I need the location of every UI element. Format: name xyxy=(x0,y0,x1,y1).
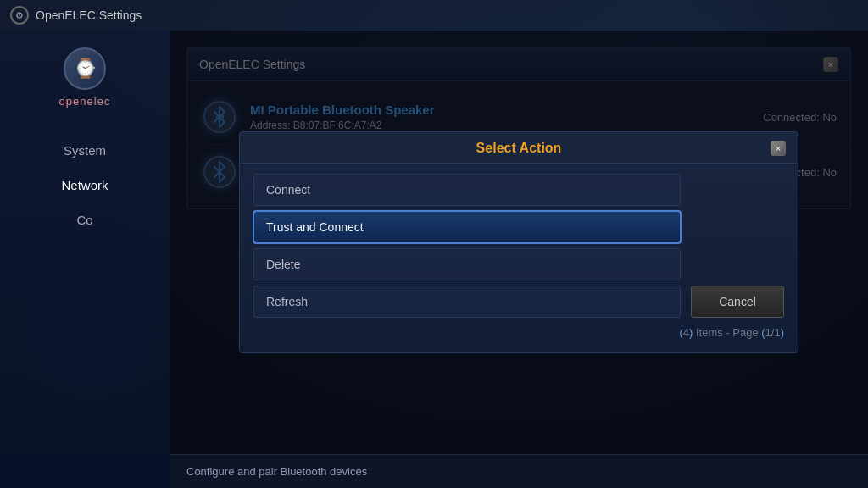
dialog-side: Cancel xyxy=(691,174,784,318)
sidebar-logo-text: openelec xyxy=(59,95,111,108)
dialog-body: Connect Trust and Connect Delete Refresh… xyxy=(240,164,798,318)
dialog-title-bar: Select Action × xyxy=(240,132,798,164)
app-icon: ⚙ xyxy=(10,6,29,25)
bottom-status-text: Configure and pair Bluetooth devices xyxy=(186,465,367,478)
pagination: (4) Items - Page (1/1) xyxy=(240,318,798,339)
action-delete[interactable]: Delete xyxy=(253,248,681,280)
logo-elec: elec xyxy=(87,95,111,108)
bottom-status-bar: Configure and pair Bluetooth devices xyxy=(170,454,868,488)
action-refresh[interactable]: Refresh xyxy=(253,286,681,318)
sidebar-logo-icon: ⌚ xyxy=(64,47,106,90)
app-title: OpenELEC Settings xyxy=(36,8,142,22)
sidebar: ⌚ openelec System Network Co xyxy=(0,30,170,454)
dialog-close-button[interactable]: × xyxy=(771,141,786,156)
title-bar: ⚙ OpenELEC Settings xyxy=(0,0,868,30)
logo-open: open xyxy=(59,95,87,108)
select-action-dialog: Select Action × Connect Trust and Connec… xyxy=(239,131,798,353)
main-area: OpenELEC Settings × ⚭ MI Portable Blueto… xyxy=(170,30,868,454)
sidebar-item-system[interactable]: System xyxy=(0,133,170,168)
sidebar-logo: ⌚ openelec xyxy=(59,47,111,108)
select-action-overlay: Select Action × Connect Trust and Connec… xyxy=(170,30,868,454)
action-list: Connect Trust and Connect Delete Refresh xyxy=(253,174,681,318)
sidebar-item-co[interactable]: Co xyxy=(0,202,170,237)
action-trust-connect[interactable]: Trust and Connect xyxy=(253,211,681,243)
sidebar-item-network[interactable]: Network xyxy=(0,168,170,202)
dialog-title: Select Action xyxy=(267,141,771,156)
action-connect[interactable]: Connect xyxy=(253,174,681,206)
cancel-button[interactable]: Cancel xyxy=(691,286,784,318)
